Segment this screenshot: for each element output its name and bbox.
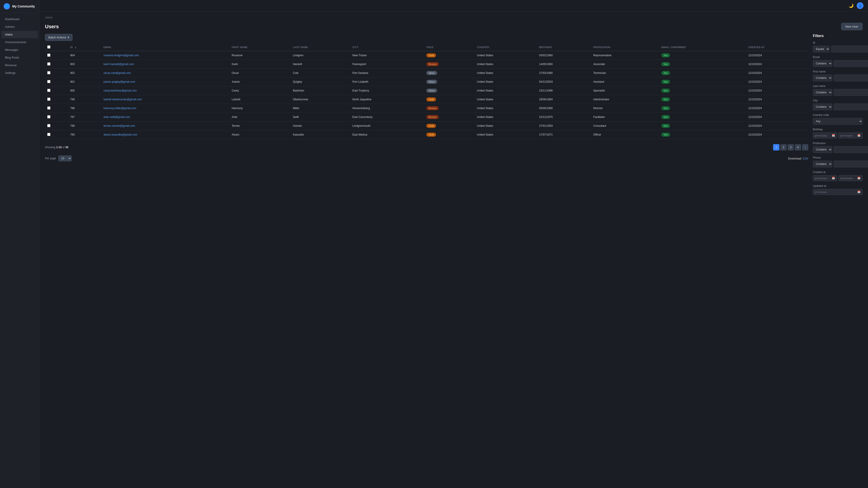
filter-phone-label: Phone [813, 156, 863, 159]
filter-first-name-operator[interactable]: ContainsEquals [813, 74, 832, 81]
cell-created-at: 12/10/2024 [746, 60, 808, 69]
cell-birthday: 05/05/1966 [537, 104, 591, 113]
row-checkbox[interactable] [47, 98, 51, 101]
filter-first-name-label: First name [813, 70, 863, 73]
csv-download-link[interactable]: CSV [803, 157, 808, 160]
sidebar: 🌐 My Community DashboardAdminsUsersAnnou… [0, 0, 39, 488]
sidebar-item-settings[interactable]: Settings [1, 69, 38, 76]
cell-tags: Gold [424, 51, 475, 60]
filter-profession-input[interactable] [834, 146, 868, 153]
cell-birthday: 14/05/1960 [537, 60, 591, 69]
sidebar-item-admins[interactable]: Admins [1, 23, 38, 31]
filter-phone-input[interactable] [834, 161, 868, 167]
updated-at-from-placeholder: jj/mm/aaaa [815, 191, 827, 193]
tag-badge: Gold [426, 124, 436, 128]
email-link[interactable]: carey.bashirian@gmail.com [103, 89, 137, 92]
cell-city: East Markus [350, 130, 424, 139]
filter-city-input[interactable] [834, 103, 868, 110]
page-next-button[interactable]: › [802, 144, 808, 151]
cell-first-name: Oscar [229, 69, 291, 77]
theme-toggle-icon[interactable]: 🌙 [848, 3, 854, 8]
filter-created-at-row: jj/mm/aaaa 📅 jj/mm/aaaa 📅 [813, 175, 863, 181]
sidebar-item-blog-posts[interactable]: Blog Posts [1, 54, 38, 61]
cell-last-name: Hackett [291, 60, 350, 69]
row-checkbox[interactable] [47, 133, 51, 136]
sidebar-item-revenue[interactable]: Revenue [1, 61, 38, 69]
filter-last-name-input[interactable] [834, 89, 868, 96]
cell-id: 797 [68, 113, 101, 122]
batch-actions-button[interactable]: Batch Actions ▾ [45, 34, 72, 41]
row-checkbox[interactable] [47, 71, 51, 74]
filter-country-code-select[interactable]: Any US GB [813, 118, 863, 125]
cell-created-at: 12/10/2024 [746, 130, 808, 139]
filter-created-at-to[interactable]: jj/mm/aaaa 📅 [838, 175, 863, 181]
cell-tags: Silver [424, 69, 475, 77]
page-btn-3[interactable]: 3 [787, 144, 794, 151]
filter-birthday-to[interactable]: jj/mm/aaaa 📅 [838, 132, 863, 138]
cell-country: United States [475, 130, 537, 139]
filter-last-name-operator[interactable]: ContainsEquals [813, 89, 832, 96]
email-link[interactable]: alvaro.kassulke@gmail.com [103, 133, 137, 136]
tag-badge: Gold [426, 97, 436, 101]
email-link[interactable]: lashell.oberbrunner@gmail.com [103, 98, 142, 101]
row-checkbox[interactable] [47, 115, 51, 119]
tag-badge: Silver [426, 80, 437, 84]
new-user-button[interactable]: New User [841, 23, 863, 30]
filter-updated-at-label: Updated at [813, 184, 863, 188]
filter-first-name-input[interactable] [834, 74, 868, 81]
page-btn-4[interactable]: 4 [795, 144, 801, 151]
email-link[interactable]: artie.swift@gmail.com [103, 116, 130, 119]
filter-profession-operator[interactable]: ContainsEquals [813, 146, 832, 153]
filter-id-input[interactable] [831, 46, 868, 53]
row-checkbox[interactable] [47, 80, 51, 83]
email-link[interactable]: oscar.cole@gmail.com [103, 71, 131, 74]
table-row: 802 oscar.cole@gmail.com Oscar Cole Port… [45, 69, 808, 77]
sidebar-item-announcements[interactable]: Announcements [1, 38, 38, 46]
filter-email-operator[interactable]: ContainsEquals [813, 60, 832, 67]
cell-last-name: Oberbrunner [291, 95, 350, 104]
select-all-checkbox[interactable] [47, 45, 51, 48]
sort-icon: ▲ [74, 46, 77, 48]
calendar-icon-5: 📅 [857, 191, 861, 193]
email-link[interactable]: tennie.osinski@gmail.com [103, 124, 135, 127]
filter-city-operator[interactable]: ContainsEquals [813, 103, 832, 110]
header-row: ID ▲ EMAIL FIRST NAME LAST NAME CITY TAG… [45, 43, 808, 51]
sidebar-item-messages[interactable]: Messages [1, 46, 38, 54]
cell-profession: Associate [591, 60, 659, 69]
email-link[interactable]: joanie.quigley@gmail.com [103, 80, 135, 84]
filter-profession-row: ContainsEquals [813, 146, 863, 153]
row-checkbox[interactable] [47, 62, 51, 66]
row-checkbox[interactable] [47, 106, 51, 109]
filter-email-input[interactable] [834, 60, 868, 67]
filter-id-operator[interactable]: Equals [813, 46, 830, 53]
email-link[interactable]: harmony.miller@gmail.com [103, 107, 136, 110]
email-link[interactable]: karin.hackett@gmail.com [103, 63, 134, 66]
filter-birthday-from[interactable]: jj/mm/aaaa 📅 [813, 132, 837, 138]
table-row: 796 tennie.osinski@gmail.com Tennie Osin… [45, 122, 808, 130]
user-avatar[interactable]: 👤 [857, 2, 864, 9]
main-area: 🌙 👤 Admin Users New User Batch Actions ▾ [39, 0, 868, 488]
tag-badge: Silver [426, 89, 437, 93]
sidebar-item-dashboard[interactable]: Dashboard [1, 15, 38, 23]
row-checkbox[interactable] [47, 89, 51, 92]
per-page-select[interactable]: 102550100 [58, 156, 72, 161]
col-id[interactable]: ID ▲ [68, 43, 101, 51]
filter-updated-at-from[interactable]: jj/mm/aaaa 📅 [813, 189, 863, 195]
cell-email-confirmed: Yes [659, 86, 746, 95]
select-all-col [45, 43, 68, 51]
logo-icon: 🌐 [5, 4, 9, 8]
cell-tags: Silver [424, 77, 475, 86]
page-btn-2[interactable]: 2 [780, 144, 786, 151]
cell-first-name: Rosanne [229, 51, 291, 60]
cell-email-confirmed: Yes [659, 122, 746, 130]
email-link[interactable]: rosanne.lindgren@gmail.com [103, 54, 139, 57]
cell-last-name: Cole [291, 69, 350, 77]
page-btn-1[interactable]: 1 [773, 144, 779, 151]
cell-email-confirmed: Yes [659, 95, 746, 104]
filter-phone-operator[interactable]: ContainsEquals [813, 161, 832, 167]
filter-created-at-from[interactable]: jj/mm/aaaa 📅 [813, 175, 837, 181]
sidebar-item-users[interactable]: Users [1, 31, 38, 38]
row-checkbox[interactable] [47, 124, 51, 127]
app-name: My Community [12, 4, 35, 8]
row-checkbox[interactable] [47, 54, 51, 57]
